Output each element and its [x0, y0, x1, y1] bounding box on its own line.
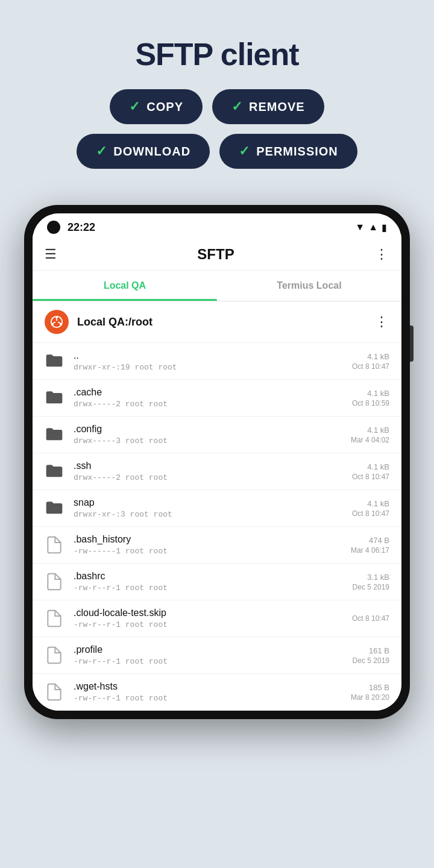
file-size: 4.1 kB: [351, 426, 389, 435]
file-size: 161 B: [353, 646, 389, 655]
tab-termius-local[interactable]: Termius Local: [217, 271, 401, 301]
list-item[interactable]: snapdrwxr-xr-:3 root root4.1 kBOct 8 10:…: [33, 490, 401, 527]
file-permissions: -rw------1 root root: [74, 547, 341, 556]
file-date: Mar 8 20:20: [351, 693, 389, 702]
list-item[interactable]: .bash_history-rw------1 root root474 BMa…: [33, 527, 401, 564]
check-download-icon: ✓: [96, 143, 107, 159]
file-permissions: drwx-----3 root root: [74, 436, 341, 445]
file-date: Oct 8 10:47: [352, 614, 389, 623]
badge-permission: ✓ PERMISSION: [219, 134, 357, 169]
battery-icon: ▮: [382, 222, 387, 233]
svg-line-6: [58, 322, 60, 323]
list-item[interactable]: .sshdrwx-----2 root root4.1 kBOct 8 10:4…: [33, 453, 401, 490]
ubuntu-logo-icon: [45, 310, 69, 334]
app-title: SFTP: [197, 246, 234, 263]
file-name: .bashrc: [74, 571, 343, 582]
tab-local-qa-label: Local QA: [104, 280, 146, 291]
server-left: Local QA:/root: [45, 310, 153, 334]
file-permissions: drwxr-xr-:19 root root: [74, 363, 342, 372]
file-name: .config: [74, 424, 341, 435]
file-name: snap: [74, 497, 342, 508]
file-permissions: -rw-r--r-1 root root: [74, 657, 343, 666]
file-permissions: drwxr-xr-:3 root root: [74, 510, 342, 519]
badge-remove: ✓ REMOVE: [212, 89, 324, 124]
badge-remove-label: REMOVE: [249, 100, 305, 114]
file-permissions: drwx-----2 root root: [74, 400, 342, 409]
svg-point-3: [60, 323, 62, 326]
file-date: Dec 5 2019: [353, 656, 389, 665]
svg-point-2: [51, 323, 54, 326]
badge-download: ✓ DOWNLOAD: [77, 134, 210, 169]
file-list: ..drwxr-xr-:19 root root4.1 kBOct 8 10:4…: [33, 343, 401, 711]
status-icons: ▼ ▲ ▮: [355, 222, 387, 233]
tabs: Local QA Termius Local: [33, 271, 401, 301]
file-size: 185 B: [351, 683, 389, 692]
file-name: .cloud-locale-test.skip: [74, 608, 342, 618]
file-date: Oct 8 10:47: [352, 362, 389, 371]
file-size: 4.1 kB: [352, 389, 389, 398]
phone-wrapper: 22:22 ▼ ▲ ▮ ☰ SFTP ⋮ Local QA: [24, 205, 410, 719]
file-size: 3.1 kB: [353, 573, 389, 582]
status-bar: 22:22 ▼ ▲ ▮: [33, 213, 401, 239]
folder-icon: [45, 497, 64, 519]
file-date: Oct 8 10:59: [352, 399, 389, 407]
phone-screen: 22:22 ▼ ▲ ▮ ☰ SFTP ⋮ Local QA: [33, 213, 401, 711]
file-date: Oct 8 10:47: [352, 473, 389, 481]
file-icon: [45, 534, 64, 556]
badge-copy: ✓ COPY: [110, 89, 203, 124]
folder-icon: [45, 461, 64, 482]
file-permissions: -rw-r--r-1 root root: [74, 620, 342, 629]
file-permissions: drwx-----2 root root: [74, 473, 342, 482]
list-item[interactable]: .cloud-locale-test.skip-rw-r--r-1 root r…: [33, 600, 401, 637]
top-bar: ☰ SFTP ⋮: [33, 239, 401, 271]
list-item[interactable]: ..drwxr-xr-:19 root root4.1 kBOct 8 10:4…: [33, 343, 401, 380]
file-date: Dec 5 2019: [353, 583, 389, 591]
tab-local-qa[interactable]: Local QA: [33, 271, 217, 301]
file-icon: [45, 681, 64, 703]
file-size: 4.1 kB: [352, 499, 389, 508]
list-item[interactable]: .profile-rw-r--r-1 root root161 BDec 5 2…: [33, 637, 401, 674]
list-item[interactable]: .cachedrwx-----2 root root4.1 kBOct 8 10…: [33, 380, 401, 417]
check-copy-icon: ✓: [129, 99, 140, 115]
badge-download-label: DOWNLOAD: [113, 145, 190, 159]
file-name: .ssh: [74, 461, 342, 471]
status-left: 22:22: [47, 221, 95, 234]
file-size: 4.1 kB: [352, 352, 389, 361]
file-date: Mar 4 04:02: [351, 436, 389, 444]
file-name: ..: [74, 350, 342, 361]
tab-termius-local-label: Termius Local: [277, 280, 341, 291]
file-icon: [45, 608, 64, 629]
folder-icon: [45, 424, 64, 445]
feature-badges: ✓ COPY ✓ REMOVE ✓ DOWNLOAD ✓ PERMISSION: [77, 89, 357, 169]
list-item[interactable]: .configdrwx-----3 root root4.1 kBMar 4 0…: [33, 417, 401, 453]
server-path: Local QA:/root: [77, 316, 153, 329]
file-size: 474 B: [351, 536, 389, 545]
folder-icon: [45, 350, 64, 372]
file-permissions: -rw-r--r-1 root root: [74, 694, 341, 703]
hero-title: SFTP client: [135, 36, 298, 72]
list-item[interactable]: .bashrc-rw-r--r-1 root root3.1 kBDec 5 2…: [33, 564, 401, 600]
list-item[interactable]: .wget-hsts-rw-r--r-1 root root185 BMar 8…: [33, 674, 401, 711]
check-permission-icon: ✓: [239, 143, 250, 159]
file-icon: [45, 571, 64, 593]
status-time: 22:22: [68, 221, 95, 234]
svg-point-1: [55, 316, 58, 319]
svg-line-5: [54, 322, 55, 323]
wifi-icon: ▼: [355, 222, 365, 233]
file-permissions: -rw-r--r-1 root root: [74, 583, 343, 593]
file-name: .profile: [74, 644, 343, 655]
folder-icon: [45, 387, 64, 409]
hero-section: SFTP client ✓ COPY ✓ REMOVE ✓ DOWNLOAD ✓…: [0, 0, 434, 187]
file-size: 4.1 kB: [352, 462, 389, 471]
phone-side-button: [410, 326, 414, 362]
server-more-options-icon[interactable]: ⋮: [375, 314, 389, 330]
file-icon: [45, 644, 64, 666]
hamburger-menu-icon[interactable]: ☰: [45, 247, 57, 262]
badge-row-2: ✓ DOWNLOAD ✓ PERMISSION: [77, 134, 357, 169]
file-name: .wget-hsts: [74, 681, 341, 692]
phone-frame: 22:22 ▼ ▲ ▮ ☰ SFTP ⋮ Local QA: [24, 205, 410, 719]
more-options-icon[interactable]: ⋮: [375, 247, 389, 262]
file-name: .cache: [74, 387, 342, 398]
server-header: Local QA:/root ⋮: [33, 301, 401, 343]
signal-icon: ▲: [368, 222, 378, 233]
